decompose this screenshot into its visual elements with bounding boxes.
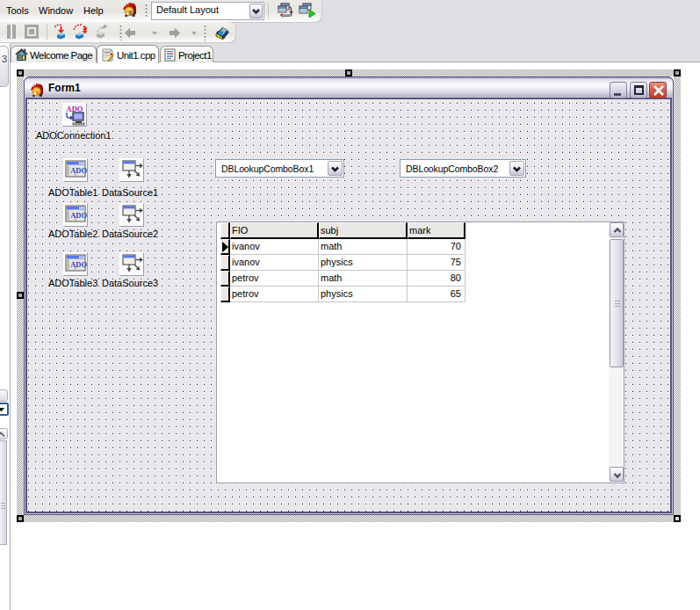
svg-text:ADO: ADO: [67, 105, 83, 113]
svg-text:C: C: [128, 9, 134, 18]
